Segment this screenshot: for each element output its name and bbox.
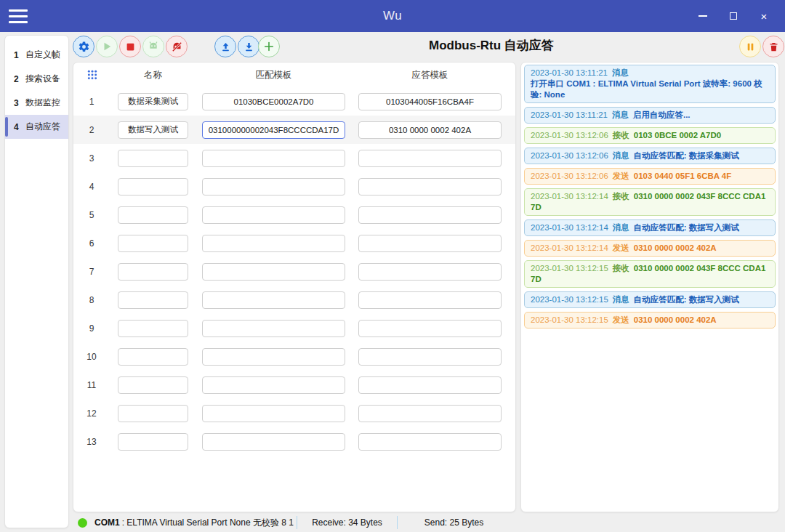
- page-title: Modbus-Rtu 自动应答: [429, 37, 554, 54]
- sidebar-item-3[interactable]: 3数据监控: [5, 91, 68, 115]
- row-12-name-input[interactable]: [118, 405, 188, 422]
- row-2-name-input[interactable]: [118, 121, 188, 139]
- log-timestamp: 2023-01-30 13:12:15: [531, 295, 608, 304]
- table-row: 1: [73, 87, 515, 116]
- port-status: COM1 : ELTIMA Virtual Serial Port None 无…: [73, 517, 297, 529]
- log-content: 自动应答匹配: 数据写入测试: [634, 295, 739, 304]
- minimize-button[interactable]: [688, 0, 718, 32]
- row-12-match-template-input[interactable]: [202, 405, 345, 422]
- log-timestamp: 2023-01-30 13:12:14: [531, 243, 608, 252]
- table-row: 4: [73, 172, 515, 201]
- clear-log-icon[interactable]: [762, 36, 784, 57]
- row-1-name-input[interactable]: [118, 93, 188, 110]
- column-header-reply: 应答模板: [358, 69, 502, 81]
- toolbar: Modbus-Rtu 自动应答: [73, 35, 779, 60]
- log-entry-receive: 2023-01-30 13:12:14接收0310 0000 0002 043F…: [524, 188, 776, 216]
- log-entry-message: 2023-01-30 13:11:21消息启用自动应答...: [524, 107, 776, 124]
- titlebar: Wu ×: [0, 0, 785, 32]
- settings-icon[interactable]: [73, 36, 94, 57]
- row-4-reply-template-input[interactable]: [358, 178, 502, 196]
- row-13-match-template-input[interactable]: [202, 433, 345, 451]
- row-10-reply-template-input[interactable]: [358, 348, 502, 366]
- log-entry-message: 2023-01-30 13:12:14消息自动应答匹配: 数据写入测试: [524, 219, 776, 236]
- table-row: 3: [73, 144, 515, 172]
- row-3-match-template-input[interactable]: [202, 150, 345, 167]
- row-3-reply-template-input[interactable]: [358, 150, 502, 167]
- row-10-name-input[interactable]: [118, 348, 188, 366]
- log-timestamp: 2023-01-30 13:12:15: [531, 264, 608, 273]
- log-content: 0310 0000 0002 402A: [634, 243, 717, 252]
- table-row: 9: [73, 314, 515, 342]
- log-timestamp: 2023-01-30 13:12:14: [531, 223, 608, 232]
- row-10-match-template-input[interactable]: [202, 348, 345, 366]
- row-number: 1: [73, 97, 110, 107]
- row-11-name-input[interactable]: [118, 376, 188, 394]
- row-2-match-template-input[interactable]: [202, 121, 345, 139]
- log-content: 0103 0BCE 0002 A7D0: [634, 131, 721, 140]
- row-7-name-input[interactable]: [118, 263, 188, 281]
- log-entry-receive: 2023-01-30 13:12:15接收0310 0000 0002 043F…: [524, 260, 776, 288]
- log-type-label: 接收: [613, 264, 629, 273]
- log-timestamp: 2023-01-30 13:12:06: [531, 151, 608, 160]
- row-4-match-template-input[interactable]: [202, 178, 345, 196]
- row-5-name-input[interactable]: [118, 206, 188, 224]
- sidebar-item-4[interactable]: 4自动应答: [5, 115, 68, 139]
- row-8-name-input[interactable]: [118, 291, 188, 309]
- row-7-reply-template-input[interactable]: [358, 263, 502, 281]
- port-open-indicator: [78, 518, 87, 528]
- table-row: 11: [73, 371, 515, 399]
- row-5-match-template-input[interactable]: [202, 206, 345, 224]
- download-icon[interactable]: [238, 36, 259, 57]
- log-entry-send: 2023-01-30 13:12:06发送0103 0440 05F1 6CBA…: [524, 168, 776, 185]
- row-2-reply-template-input[interactable]: [358, 121, 502, 139]
- row-6-reply-template-input[interactable]: [358, 235, 502, 252]
- sidebar-item-number: 4: [14, 122, 25, 132]
- row-12-reply-template-input[interactable]: [358, 405, 502, 422]
- sidebar-item-2[interactable]: 2搜索设备: [5, 67, 68, 91]
- row-number: 4: [73, 182, 110, 192]
- row-number: 12: [73, 408, 110, 419]
- log-type-label: 发送: [613, 172, 629, 180]
- row-1-reply-template-input[interactable]: [358, 93, 502, 110]
- table-row: 13: [73, 427, 515, 456]
- row-9-reply-template-input[interactable]: [358, 320, 502, 337]
- log-timestamp: 2023-01-30 13:12:06: [531, 172, 608, 180]
- row-3-name-input[interactable]: [118, 150, 188, 167]
- drag-grid-icon[interactable]: [86, 69, 98, 81]
- table-row: 10: [73, 342, 515, 371]
- row-1-match-template-input[interactable]: [202, 93, 345, 110]
- play-icon[interactable]: [96, 36, 118, 57]
- receive-bytes: Receive: 34 Bytes: [297, 517, 397, 528]
- port-name: COM1: [94, 517, 120, 528]
- row-number: 2: [73, 125, 110, 135]
- row-11-match-template-input[interactable]: [202, 376, 345, 394]
- pause-icon[interactable]: [739, 36, 761, 57]
- send-bytes: Send: 25 Bytes: [398, 517, 510, 528]
- row-9-name-input[interactable]: [118, 320, 188, 337]
- row-11-reply-template-input[interactable]: [358, 376, 502, 394]
- row-number: 10: [73, 352, 110, 362]
- row-9-match-template-input[interactable]: [202, 320, 345, 337]
- upload-icon[interactable]: [214, 36, 236, 57]
- row-number: 9: [73, 323, 110, 334]
- add-icon[interactable]: [258, 36, 280, 57]
- close-button[interactable]: ×: [749, 0, 779, 32]
- auto-reply-enable-icon[interactable]: [142, 36, 164, 57]
- log-content: 0103 0440 05F1 6CBA 4F: [634, 172, 731, 180]
- log-content: 启用自动应答...: [633, 110, 691, 119]
- row-5-reply-template-input[interactable]: [358, 206, 502, 224]
- log-type-label: 接收: [613, 131, 629, 140]
- stop-icon[interactable]: [119, 36, 141, 57]
- row-8-reply-template-input[interactable]: [358, 291, 502, 309]
- row-13-reply-template-input[interactable]: [358, 433, 502, 451]
- row-4-name-input[interactable]: [118, 178, 188, 196]
- row-6-name-input[interactable]: [118, 235, 188, 252]
- row-6-match-template-input[interactable]: [202, 235, 345, 252]
- sidebar-item-1[interactable]: 1自定义帧: [5, 43, 68, 67]
- log-type-label: 消息: [613, 151, 629, 160]
- row-13-name-input[interactable]: [118, 433, 188, 451]
- maximize-button[interactable]: [718, 0, 749, 32]
- row-7-match-template-input[interactable]: [202, 263, 345, 281]
- row-8-match-template-input[interactable]: [202, 291, 345, 309]
- auto-reply-disable-icon[interactable]: [166, 36, 188, 57]
